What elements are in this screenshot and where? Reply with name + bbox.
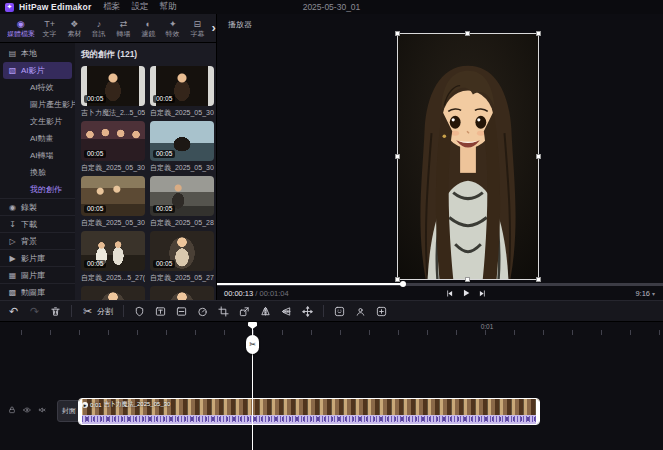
menu-settings[interactable]: 設定 — [131, 1, 148, 13]
resize-handle[interactable] — [536, 154, 541, 159]
clapper-icon: ▧ — [8, 66, 17, 75]
resize-handle[interactable] — [395, 31, 400, 36]
sidebar-item-text-to-video[interactable]: 文生影片 — [0, 113, 75, 130]
add-material-button[interactable] — [376, 306, 387, 317]
tab-audio[interactable]: ♪ 音訊 — [87, 19, 112, 38]
remove-frame-button[interactable] — [176, 306, 187, 317]
split-button-label[interactable]: 分割 — [97, 306, 113, 317]
transform-button[interactable] — [302, 306, 313, 317]
sidebar-item-ai-effects[interactable]: AI特效 — [0, 79, 75, 96]
portrait-button[interactable] — [355, 306, 366, 317]
previous-frame-button[interactable] — [445, 289, 454, 298]
sticker-button[interactable] — [334, 306, 345, 317]
resize-handle[interactable] — [465, 277, 470, 282]
sidebar-item-download[interactable]: ↧ 下載 — [0, 215, 75, 232]
duration-badge: 00:05 — [84, 150, 106, 158]
resize-handle[interactable] — [536, 31, 541, 36]
text-button[interactable] — [155, 306, 166, 317]
duration-badge: 00:05 — [153, 205, 175, 213]
mute-track-icon[interactable] — [38, 406, 46, 414]
export-frame-button[interactable] — [239, 306, 250, 317]
sidebar-item-record[interactable]: ◉ 錄製 — [0, 198, 75, 215]
split-at-playhead-button[interactable]: ✂ — [246, 335, 259, 354]
tab-filter[interactable]: ◐ 濾鏡 — [136, 19, 161, 38]
media-item[interactable]: 00:05 — [150, 286, 214, 300]
sidebar-item-my-creations[interactable]: 我的創作 — [0, 181, 75, 198]
clip-trim-handle-left[interactable] — [79, 399, 82, 424]
speed-button[interactable] — [197, 306, 208, 317]
media-item[interactable]: 00:05 自定義_2025...5_27(10) — [81, 231, 145, 282]
aspect-ratio-select[interactable]: 9:16 ▾ — [635, 289, 655, 298]
media-item-label: 自定義_2025_05_30(1) — [150, 163, 214, 172]
asset-tabs-bar: ◉ 媒體檔案 T+ 文字 ❖ 素材 ♪ 音訊 ⇄ 轉場 ◐ 濾鏡 ✦ 特效 ⊟ — [0, 14, 216, 43]
flip-vertical-button[interactable] — [281, 306, 292, 317]
media-item[interactable]: 00:05 吉卜力魔法_2...5_05_30 — [81, 66, 145, 117]
tab-media-files[interactable]: ◉ 媒體檔案 — [4, 19, 37, 38]
media-item[interactable]: 00:05 自定義_2025_05_30(3) — [150, 66, 214, 117]
sidebar-item-local[interactable]: ▤ 本地 — [0, 45, 75, 62]
background-icon: ▷ — [8, 237, 17, 246]
download-icon: ↧ — [8, 220, 17, 229]
tab-text[interactable]: T+ 文字 — [37, 19, 62, 38]
sidebar-item-ai-transition[interactable]: AI轉場 — [0, 147, 75, 164]
media-item[interactable]: 00:05 自定義_2025_05_30(1) — [150, 121, 214, 172]
timeline-ruler[interactable]: 0:01 — [0, 322, 663, 335]
tab-subtitle[interactable]: ⊟ 字幕 — [185, 19, 210, 38]
split-button-icon[interactable]: ✂ — [82, 306, 93, 317]
sidebar-item-background[interactable]: ▷ 背景 — [0, 232, 75, 249]
media-thumbnail[interactable]: 00:05 — [81, 231, 145, 271]
menu-file[interactable]: 檔案 — [103, 1, 120, 13]
media-item[interactable]: 00:05 自定義_2025_05_27(9) — [150, 231, 214, 282]
crop-button[interactable] — [218, 306, 229, 317]
playhead[interactable]: ✂ — [252, 322, 253, 450]
clip-trim-handle-right[interactable] — [536, 399, 539, 424]
undo-button[interactable]: ↶ — [8, 306, 19, 317]
media-item[interactable]: 00:05 — [81, 286, 145, 300]
resize-handle[interactable] — [536, 277, 541, 282]
redo-button[interactable]: ↷ — [29, 306, 40, 317]
tab-transition[interactable]: ⇄ 轉場 — [111, 19, 136, 38]
flip-horizontal-button[interactable] — [260, 306, 271, 317]
resize-handle[interactable] — [395, 154, 400, 159]
preview-video-frame[interactable] — [397, 33, 539, 280]
media-thumbnail[interactable]: 00:05 — [81, 121, 145, 161]
media-thumbnail[interactable]: 00:05 — [150, 231, 214, 271]
clip-name: 吉卜力魔法_2025_05_30 — [104, 400, 171, 409]
toolbar-divider — [123, 305, 124, 317]
play-button[interactable] — [461, 288, 471, 298]
media-item-label: 自定義_2025_05_30(2) — [81, 163, 145, 172]
delete-button[interactable] — [50, 306, 61, 317]
mask-button[interactable] — [134, 306, 145, 317]
resize-handle[interactable] — [395, 277, 400, 282]
duration-badge: 00:05 — [153, 95, 175, 103]
sidebar-item-video-library[interactable]: ▶ 影片庫 — [0, 249, 75, 266]
tab-elements[interactable]: ❖ 素材 — [62, 19, 87, 38]
media-item[interactable]: 00:05 自定義_2025_05_30 — [81, 176, 145, 227]
timeline-clip[interactable]: ▸ 0:01 吉卜力魔法_2025_05_30 — [78, 398, 540, 425]
sidebar-item-ai-video[interactable]: ▧ AI影片 — [3, 62, 72, 79]
media-thumbnail[interactable]: 00:05 — [150, 176, 214, 216]
tab-effects[interactable]: ✦ 特效 — [160, 19, 185, 38]
sidebar-item-image-to-video[interactable]: 圖片產生影片 — [0, 96, 75, 113]
media-thumbnail[interactable]: 00:05 — [81, 176, 145, 216]
media-thumbnail[interactable]: 00:05 — [81, 286, 145, 300]
media-thumbnail[interactable]: 00:05 — [150, 121, 214, 161]
sidebar-item-face-swap[interactable]: 換臉 — [0, 164, 75, 181]
media-item[interactable]: 00:05 自定義_2025_05_30(2) — [81, 121, 145, 172]
subtitle-icon: ⊟ — [194, 19, 202, 30]
toggle-visibility-icon[interactable] — [23, 406, 31, 414]
transition-icon: ⇄ — [120, 19, 128, 30]
media-thumbnail[interactable]: 00:05 — [81, 66, 145, 106]
media-thumbnail[interactable]: 00:05 — [150, 286, 214, 300]
menu-help[interactable]: 幫助 — [159, 1, 176, 13]
media-item[interactable]: 00:05 自定義_2025_05_28 — [150, 176, 214, 227]
media-item-label: 吉卜力魔法_2...5_05_30 — [81, 108, 145, 117]
lock-track-icon[interactable] — [8, 406, 16, 414]
sidebar-item-gif-library[interactable]: ▩ 動圖庫 — [0, 283, 75, 300]
resize-handle[interactable] — [465, 31, 470, 36]
media-thumbnail[interactable]: 00:05 — [150, 66, 214, 106]
sidebar-item-image-library[interactable]: ▦ 圖片庫 — [0, 266, 75, 283]
elements-icon: ❖ — [70, 19, 78, 30]
sidebar-item-ai-animation[interactable]: AI動畫 — [0, 130, 75, 147]
next-frame-button[interactable] — [478, 289, 487, 298]
